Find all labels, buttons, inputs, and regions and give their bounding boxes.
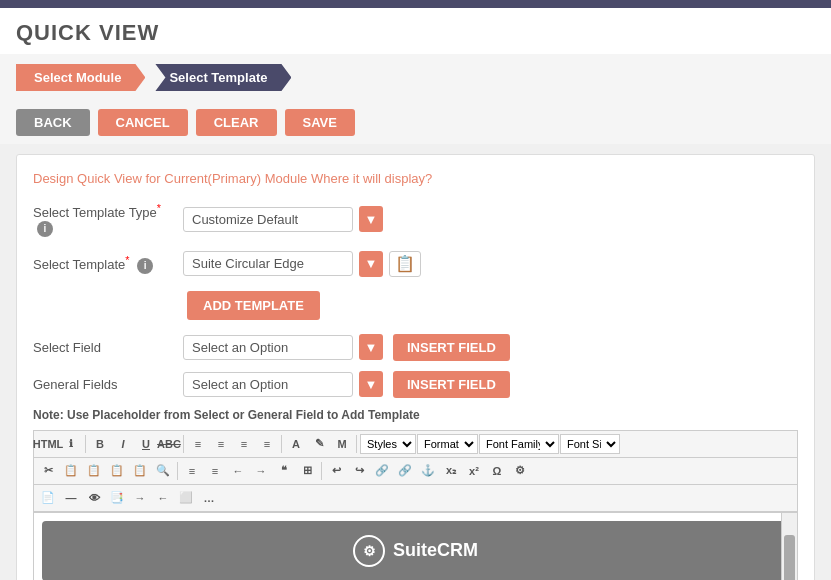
toolbar-cut[interactable]: ✂ — [37, 461, 59, 481]
toolbar-indent[interactable]: → — [250, 461, 272, 481]
editor-content: ⚙ SuiteCRM 1259 Leland Ave Bronx, New Yo… — [34, 513, 797, 580]
toolbar-link[interactable]: 🔗 — [371, 461, 393, 481]
editor-area[interactable]: ⚙ SuiteCRM 1259 Leland Ave Bronx, New Yo… — [33, 512, 798, 580]
toolbar-strikethrough[interactable]: ABC — [158, 434, 180, 454]
toolbar-html[interactable]: HTML — [37, 434, 59, 454]
design-header-text: Design Quick View for Current(Primary) M… — [33, 171, 307, 186]
clear-button[interactable]: CLEAR — [196, 109, 277, 136]
template-type-select[interactable]: Customize Default — [183, 207, 353, 232]
insert-field-button[interactable]: INSERT FIELD — [393, 334, 510, 361]
toolbar-source[interactable]: ⚙ — [509, 461, 531, 481]
template-view-icon[interactable]: 📋 — [389, 251, 421, 277]
toolbar-font-color[interactable]: A — [285, 434, 307, 454]
step-select-module[interactable]: Select Module — [16, 64, 145, 91]
template-row: Select Template* i Suite Circular Edge ▼… — [33, 251, 798, 277]
select-field-select[interactable]: Select an Option — [183, 335, 353, 360]
save-button[interactable]: SAVE — [285, 109, 355, 136]
template-select-wrapper: Suite Circular Edge ▼ 📋 — [183, 251, 421, 277]
template-type-label: Select Template Type* i — [33, 202, 173, 237]
toolbar-unlink[interactable]: 🔗 — [394, 461, 416, 481]
design-header-link[interactable]: Where it will display? — [311, 171, 432, 186]
template-type-row: Select Template Type* i Customize Defaul… — [33, 202, 798, 237]
general-fields-row: General Fields Select an Option ▼ INSERT… — [33, 371, 798, 398]
font-family-select[interactable]: Font Family — [479, 434, 559, 454]
toolbar-paste-text[interactable]: 📋 — [106, 461, 128, 481]
toolbar-blockquote[interactable]: ❝ — [273, 461, 295, 481]
add-template-row: ADD TEMPLATE — [33, 291, 798, 320]
editor-scrollbar[interactable] — [781, 513, 797, 580]
toolbar-more[interactable]: … — [198, 488, 220, 508]
toolbar-image[interactable]: M — [331, 434, 353, 454]
toolbar-template[interactable]: 📑 — [106, 488, 128, 508]
toolbar-align-center[interactable]: ≡ — [210, 434, 232, 454]
select-field-row: Select Field Select an Option ▼ INSERT F… — [33, 334, 798, 361]
editor-toolbar-3: 📄 — 👁 📑 → ← ⬜ … — [33, 484, 798, 512]
toolbar-find[interactable]: 🔍 — [152, 461, 174, 481]
toolbar-highlight[interactable]: ✎ — [308, 434, 330, 454]
template-info-icon[interactable]: i — [137, 258, 153, 274]
toolbar-bold[interactable]: B — [89, 434, 111, 454]
page-title: QUICK VIEW — [0, 8, 831, 54]
cancel-button[interactable]: CANCEL — [98, 109, 188, 136]
general-fields-wrapper: Select an Option ▼ — [183, 371, 383, 397]
toolbar-page-break[interactable]: 📄 — [37, 488, 59, 508]
add-template-button[interactable]: ADD TEMPLATE — [187, 291, 320, 320]
styles-select[interactable]: Styles — [360, 434, 416, 454]
breadcrumb-step-1[interactable]: Select Module — [16, 64, 145, 91]
toolbar-undo[interactable]: ↩ — [325, 461, 347, 481]
template-label: Select Template* i — [33, 254, 173, 274]
toolbar-row-3: 📄 — 👁 📑 → ← ⬜ … — [37, 488, 220, 508]
toolbar-copy[interactable]: 📋 — [60, 461, 82, 481]
scrollbar-thumb[interactable] — [784, 535, 795, 580]
toolbar-layers[interactable]: ⬜ — [175, 488, 197, 508]
toolbar-italic[interactable]: I — [112, 434, 134, 454]
select-field-wrapper: Select an Option ▼ — [183, 334, 383, 360]
general-fields-select[interactable]: Select an Option — [183, 372, 353, 397]
toolbar-row-2: ✂ 📋 📋 📋 📋 🔍 ≡ ≡ ← → ❝ ⊞ ↩ ↪ 🔗 🔗 ⚓ x₂ x² … — [37, 461, 531, 481]
toolbar-info[interactable]: ℹ — [60, 434, 82, 454]
toolbar-hr[interactable]: — — [60, 488, 82, 508]
toolbar-sep-5 — [177, 462, 178, 480]
template-type-arrow[interactable]: ▼ — [359, 206, 383, 232]
toolbar-align-right[interactable]: ≡ — [233, 434, 255, 454]
select-field-label: Select Field — [33, 340, 173, 355]
design-header: Design Quick View for Current(Primary) M… — [33, 171, 798, 186]
template-arrow[interactable]: ▼ — [359, 251, 383, 277]
toolbar-special[interactable]: Ω — [486, 461, 508, 481]
toolbar-dir-rtl[interactable]: ← — [152, 488, 174, 508]
toolbar-preview[interactable]: 👁 — [83, 488, 105, 508]
toolbar-align-justify[interactable]: ≡ — [256, 434, 278, 454]
toolbar-sep-4 — [356, 435, 357, 453]
toolbar-align-left[interactable]: ≡ — [187, 434, 209, 454]
template-type-info-icon[interactable]: i — [37, 221, 53, 237]
format-select[interactable]: Format — [417, 434, 478, 454]
suite-crm-logo: ⚙ SuiteCRM — [42, 521, 789, 580]
toolbar-paste[interactable]: 📋 — [83, 461, 105, 481]
toolbar-sub[interactable]: x₂ — [440, 461, 462, 481]
font-size-select[interactable]: Font Size — [560, 434, 620, 454]
toolbar-num-list[interactable]: ≡ — [204, 461, 226, 481]
back-button[interactable]: BACK — [16, 109, 90, 136]
toolbar-redo[interactable]: ↪ — [348, 461, 370, 481]
general-insert-field-button[interactable]: INSERT FIELD — [393, 371, 510, 398]
toolbar-underline[interactable]: U — [135, 434, 157, 454]
toolbar-sep-1 — [85, 435, 86, 453]
toolbar-dir-ltr[interactable]: → — [129, 488, 151, 508]
toolbar-sup[interactable]: x² — [463, 461, 485, 481]
editor-wrapper: ⚙ SuiteCRM 1259 Leland Ave Bronx, New Yo… — [33, 512, 798, 580]
select-field-arrow[interactable]: ▼ — [359, 334, 383, 360]
breadcrumb-step-2[interactable]: Select Template — [145, 64, 291, 91]
toolbar-sep-3 — [281, 435, 282, 453]
toolbar-bullet-list[interactable]: ≡ — [181, 461, 203, 481]
template-select[interactable]: Suite Circular Edge — [183, 251, 353, 276]
editor-toolbar-2: ✂ 📋 📋 📋 📋 🔍 ≡ ≡ ← → ❝ ⊞ ↩ ↪ 🔗 🔗 ⚓ x₂ x² … — [33, 457, 798, 484]
toolbar-anchor[interactable]: ⚓ — [417, 461, 439, 481]
toolbar-paste-word[interactable]: 📋 — [129, 461, 151, 481]
breadcrumb-bar: Select Module Select Template — [0, 54, 831, 101]
step-select-template[interactable]: Select Template — [145, 64, 291, 91]
toolbar-sep-6 — [321, 462, 322, 480]
general-fields-arrow[interactable]: ▼ — [359, 371, 383, 397]
general-fields-label: General Fields — [33, 377, 173, 392]
toolbar-table[interactable]: ⊞ — [296, 461, 318, 481]
toolbar-outdent[interactable]: ← — [227, 461, 249, 481]
